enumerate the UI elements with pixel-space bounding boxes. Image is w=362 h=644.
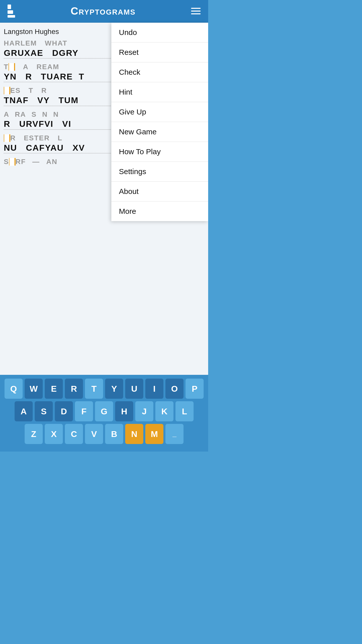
- key-I[interactable]: I: [145, 379, 163, 399]
- plain-word[interactable]: URVFVI: [19, 119, 53, 129]
- menu-icon[interactable]: [191, 8, 201, 14]
- menu-item-about[interactable]: About: [111, 182, 208, 202]
- app-title: Cryptograms: [71, 5, 136, 17]
- key-Q[interactable]: Q: [5, 379, 23, 399]
- cipher-word[interactable]: A: [23, 63, 29, 71]
- menu-item-settings[interactable]: Settings: [111, 162, 208, 182]
- cipher-word[interactable]: WHAT: [45, 39, 67, 47]
- plain-word[interactable]: GRUXAE: [4, 48, 43, 58]
- menu-item-reset[interactable]: Reset: [111, 43, 208, 62]
- cipher-word[interactable]: A: [4, 111, 9, 118]
- menu-item-hint[interactable]: Hint: [111, 82, 208, 102]
- key-S[interactable]: S: [35, 401, 53, 421]
- plain-word[interactable]: VI: [62, 119, 71, 129]
- cipher-word[interactable]: R: [41, 87, 47, 95]
- key-Y[interactable]: Y: [105, 379, 123, 399]
- key-O[interactable]: O: [165, 379, 184, 399]
- key-C[interactable]: C: [65, 424, 83, 444]
- menu-item-more[interactable]: More: [111, 202, 208, 221]
- menu-item-undo[interactable]: Undo: [111, 23, 208, 43]
- cipher-word[interactable]: █ES: [4, 87, 21, 95]
- plain-word[interactable]: XV: [72, 143, 85, 152]
- key-N[interactable]: N: [125, 424, 143, 444]
- menu-item-give-up[interactable]: Give Up: [111, 102, 208, 122]
- key-K[interactable]: K: [155, 401, 173, 421]
- plain-word[interactable]: YN: [4, 72, 17, 81]
- cipher-word[interactable]: S█RF: [4, 158, 26, 166]
- key-V[interactable]: V: [85, 424, 103, 444]
- cipher-word[interactable]: L: [58, 134, 63, 142]
- plain-word[interactable]: R: [25, 72, 32, 81]
- cipher-word[interactable]: N: [53, 111, 59, 118]
- plain-word[interactable]: NU: [4, 143, 17, 152]
- plain-word[interactable]: VY: [37, 96, 50, 105]
- key-T[interactable]: T: [85, 379, 103, 399]
- key-M[interactable]: M: [145, 424, 163, 444]
- key-W[interactable]: W: [25, 379, 43, 399]
- key-B[interactable]: B: [105, 424, 123, 444]
- keyboard: Q W E R T Y U I O P A S D F G H J K L Z …: [0, 375, 208, 452]
- plain-word[interactable]: R: [4, 119, 11, 129]
- cipher-word[interactable]: S: [31, 111, 37, 118]
- plain-word[interactable]: DGRY: [52, 48, 78, 58]
- cipher-word[interactable]: T█: [4, 63, 15, 71]
- key-D[interactable]: D: [55, 401, 73, 421]
- menu-item-how-to-play[interactable]: How To Play: [111, 142, 208, 162]
- plain-word[interactable]: TUM: [59, 96, 79, 105]
- key-X[interactable]: X: [45, 424, 63, 444]
- key-L[interactable]: L: [175, 401, 194, 421]
- menu-item-check[interactable]: Check: [111, 62, 208, 82]
- plain-word[interactable]: TUARE: [41, 72, 73, 81]
- main-content: Langston Hughes HARLEM WHAT GRUXAE DGRY …: [0, 23, 208, 375]
- plain-word[interactable]: TNAF: [4, 96, 29, 105]
- cipher-word[interactable]: █R: [4, 134, 16, 142]
- cipher-word[interactable]: RA: [15, 111, 26, 118]
- key-H[interactable]: H: [115, 401, 133, 421]
- keyboard-row-3: Z X C V B N M _: [2, 424, 206, 444]
- dropdown-menu: Undo Reset Check Hint Give Up New Game H…: [111, 23, 208, 221]
- key-A[interactable]: A: [15, 401, 33, 421]
- key-Z[interactable]: Z: [25, 424, 43, 444]
- cipher-word[interactable]: REAM: [36, 63, 59, 71]
- stats-icon[interactable]: [8, 5, 15, 18]
- key-F[interactable]: F: [75, 401, 93, 421]
- plain-word[interactable]: CAFYAU: [26, 143, 64, 152]
- keyboard-row-1: Q W E R T Y U I O P: [2, 379, 206, 399]
- key-E[interactable]: E: [45, 379, 63, 399]
- cipher-word[interactable]: N: [42, 111, 48, 118]
- key-J[interactable]: J: [135, 401, 153, 421]
- cipher-word[interactable]: ESTER: [24, 134, 50, 142]
- key-U[interactable]: U: [125, 379, 143, 399]
- key-P[interactable]: P: [186, 379, 204, 399]
- keyboard-row-2: A S D F G H J K L: [2, 401, 206, 421]
- app-header: Cryptograms: [0, 0, 208, 23]
- plain-word[interactable]: T: [79, 72, 84, 81]
- key-G[interactable]: G: [95, 401, 113, 421]
- key-R[interactable]: R: [65, 379, 83, 399]
- cipher-word[interactable]: AN: [46, 158, 57, 166]
- key-backspace[interactable]: _: [165, 424, 184, 444]
- cipher-word[interactable]: T: [29, 87, 33, 95]
- cipher-word[interactable]: HARLEM: [4, 39, 37, 47]
- menu-item-new-game[interactable]: New Game: [111, 122, 208, 142]
